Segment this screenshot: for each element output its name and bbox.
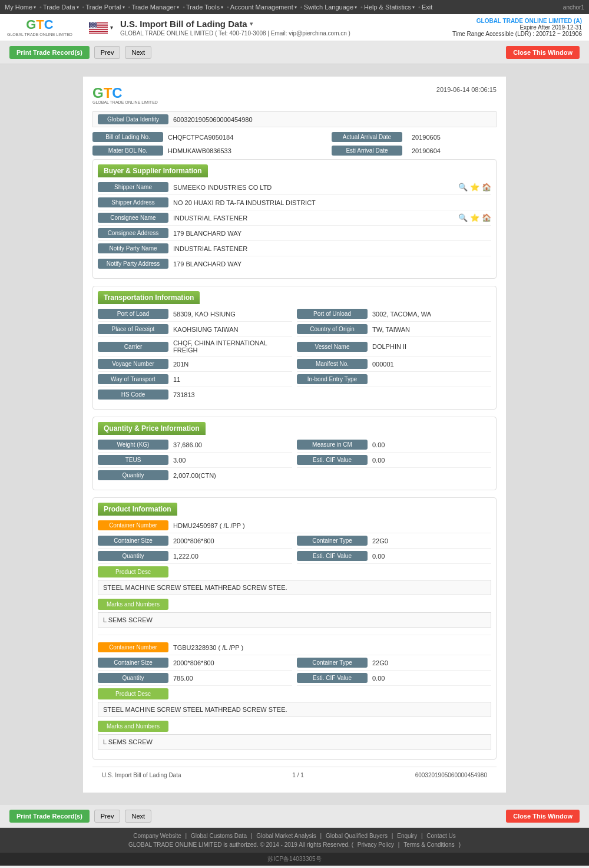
close-button[interactable]: Close This Window — [506, 46, 580, 59]
consignee-star-icon[interactable]: ⭐ — [470, 213, 479, 222]
star-icon[interactable]: ⭐ — [470, 183, 479, 192]
bottom-print-button[interactable]: Print Trade Record(s) — [9, 810, 90, 823]
footer-global-customs[interactable]: Global Customs Data — [191, 833, 247, 839]
container-2-marks-value: L SEMS SCREW — [98, 734, 491, 750]
search-icon[interactable]: 🔍 — [458, 183, 468, 192]
container-2-product-desc-btn[interactable]: Product Desc — [98, 688, 168, 699]
footer-global-buyers[interactable]: Global Qualified Buyers — [326, 833, 388, 839]
nav-switch-language[interactable]: Switch Language ▾ — [304, 4, 357, 11]
container-2-size-label: Container Size — [98, 658, 168, 668]
measure-cm-label: Measure in CM — [297, 440, 368, 450]
next-button[interactable]: Next — [125, 46, 151, 59]
way-of-transport-label: Way of Transport — [98, 374, 168, 384]
flag-caret-icon: ▾ — [110, 24, 113, 31]
nav-trade-manager[interactable]: Trade Manager ▾ — [131, 4, 179, 11]
nav-trade-tools[interactable]: Trade Tools ▾ — [186, 4, 223, 11]
container-1-cif-group: Esti. CIF Value 0.00 — [297, 551, 491, 564]
home-icon[interactable]: 🏠 — [482, 183, 491, 192]
receipt-origin-row: Place of Receipt KAOHSIUNG TAIWAN Countr… — [98, 324, 491, 337]
carrier-group: Carrier CHQF, CHINA INTERNATIONAL FREIGH — [98, 339, 292, 357]
container-2: Container Number TGBU2328930 ( /L /PP ) … — [98, 642, 491, 750]
container-2-number-value: TGBU2328930 ( /L /PP ) — [173, 644, 491, 651]
footer-left: U.S. Import Bill of Lading Data — [102, 772, 181, 778]
actual-arrival-value: 20190605 — [412, 134, 497, 141]
consignee-home-icon[interactable]: 🏠 — [482, 213, 491, 222]
nav-help-statistics[interactable]: Help & Statistics ▾ — [364, 4, 415, 11]
consignee-address-label: Consignee Address — [98, 228, 168, 238]
svg-point-20 — [94, 24, 95, 25]
footer-global-market[interactable]: Global Market Analysis — [256, 833, 316, 839]
footer-right: 6003201905060000454980 — [415, 772, 487, 778]
prev-button[interactable]: Prev — [94, 46, 121, 59]
container-2-number-row: Container Number TGBU2328930 ( /L /PP ) — [98, 642, 491, 655]
esti-cif-value: 0.00 — [372, 457, 491, 464]
svg-point-11 — [94, 22, 95, 23]
transport-inbond-row: Way of Transport 11 In-bond Entry Type — [98, 374, 491, 387]
consignee-name-label: Consignee Name — [98, 213, 168, 223]
header-bar: GTC GLOBAL TRADE ONLINE LIMITED — [0, 14, 589, 41]
header-title-area: U.S. Import Bill of Lading Data ▾ GLOBAL… — [120, 19, 452, 37]
svg-point-15 — [93, 23, 94, 24]
svg-point-9 — [91, 22, 92, 23]
container-2-type-label: Container Type — [297, 658, 368, 668]
container-1-qty-group: Quantity 1,222.00 — [98, 551, 292, 564]
transportation-body: Port of Load 58309, KAO HSIUNG Port of U… — [93, 309, 496, 409]
container-2-marks-btn-row: Marks and Numbers — [98, 721, 491, 732]
container-1-marks-btn[interactable]: Marks and Numbers — [98, 599, 168, 610]
time-range: Time Range Accessible (LDR) : 200712 ~ 2… — [452, 31, 582, 37]
footer-privacy[interactable]: Privacy Policy — [358, 841, 394, 848]
weight-kg-label: Weight (KG) — [98, 440, 168, 450]
container-1-type-group: Container Type 22G0 — [297, 536, 491, 549]
site-logo: GTC GLOBAL TRADE ONLINE LIMITED — [7, 18, 72, 37]
nav-trade-data[interactable]: Trade Data ▾ — [43, 4, 79, 11]
container-1-product-desc-btn[interactable]: Product Desc — [98, 566, 168, 577]
svg-point-24 — [93, 25, 94, 27]
bottom-close-button[interactable]: Close This Window — [506, 810, 580, 823]
container-1-size-type-row: Container Size 2000*806*800 Container Ty… — [98, 536, 491, 549]
nav-account-management[interactable]: Account Management ▾ — [230, 4, 297, 11]
bottom-prev-button[interactable]: Prev — [94, 810, 121, 823]
nav-trade-portal[interactable]: Trade Portal ▾ — [85, 4, 124, 11]
quantity-price-title: Quantity & Price Information — [98, 422, 206, 435]
voyage-number-value: 201N — [173, 361, 292, 368]
voyage-number-label: Voyage Number — [98, 359, 168, 369]
logo-c: C — [44, 17, 54, 32]
print-button[interactable]: Print Trade Record(s) — [9, 46, 90, 59]
bol-no-group: Bill of Lading No. CHQFCTPCA9050184 — [92, 132, 327, 142]
notify-party-name-label: Notify Party Name — [98, 243, 168, 253]
footer-company-website[interactable]: Company Website — [133, 833, 181, 839]
container-1-product-desc-value: STEEL MACHINE SCREW STEEL MATHREAD SCREW… — [98, 580, 491, 595]
caret-icon: ▾ — [123, 5, 125, 10]
country-of-origin-value: TW, TAIWAN — [372, 326, 491, 333]
carrier-vessel-row: Carrier CHQF, CHINA INTERNATIONAL FREIGH… — [98, 339, 491, 357]
measure-cm-value: 0.00 — [372, 441, 491, 448]
consignee-search-icon[interactable]: 🔍 — [458, 213, 468, 222]
flag-dropdown[interactable]: ▾ — [89, 22, 113, 34]
footer-enquiry[interactable]: Enquiry — [397, 833, 417, 839]
actual-arrival-label: Actual Arrival Date — [332, 132, 402, 142]
product-info-section: Product Information Container Number HDM… — [92, 497, 497, 760]
footer-terms[interactable]: Terms & Conditions — [403, 841, 455, 848]
container-2-marks-btn[interactable]: Marks and Numbers — [98, 721, 168, 732]
footer-contact-us[interactable]: Contact Us — [426, 833, 455, 839]
nav-my-home[interactable]: My Home ▾ — [5, 4, 36, 11]
global-data-identity-row: Global Data Identity 6003201905060000454… — [92, 111, 497, 127]
carrier-value: CHQF, CHINA INTERNATIONAL FREIGH — [173, 339, 292, 354]
way-of-transport-group: Way of Transport 11 — [98, 374, 292, 387]
shipper-address-value: NO 20 HUAXI RD TA-FA INDUSTRIAL DISTRICT — [173, 199, 491, 206]
container-1-marks-btn-row: Marks and Numbers — [98, 599, 491, 610]
port-of-load-label: Port of Load — [98, 309, 168, 319]
shipper-address-label: Shipper Address — [98, 197, 168, 207]
esti-arrival-label: Esti Arrival Date — [332, 146, 402, 156]
container-1-qty-cif-row: Quantity 1,222.00 Esti. CIF Value 0.00 — [98, 551, 491, 564]
container-2-size-type-row: Container Size 2000*806*800 Container Ty… — [98, 658, 491, 671]
nav-exit[interactable]: Exit — [422, 4, 432, 11]
icp-number: 苏ICP备14033305号 — [0, 853, 589, 866]
bottom-next-button[interactable]: Next — [125, 810, 151, 823]
vessel-name-label: Vessel Name — [297, 342, 368, 352]
logo-g: G — [26, 17, 36, 32]
port-load-unload-row: Port of Load 58309, KAO HSIUNG Port of U… — [98, 309, 491, 322]
container-2-qty-label: Quantity — [98, 673, 168, 683]
container-2-qty-group: Quantity 785.00 — [98, 673, 292, 686]
caret-icon: ▾ — [77, 5, 79, 10]
